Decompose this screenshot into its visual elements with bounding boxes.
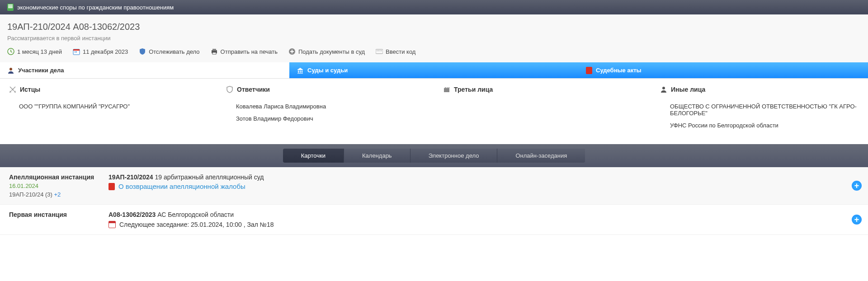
svg-point-10 (377, 51, 377, 52)
track-label: Отслеживать дело (149, 48, 199, 55)
submit-action[interactable]: Подать документы в суд (288, 48, 365, 55)
svg-point-13 (381, 51, 382, 52)
view-buttons: Карточки Календарь Электронное дело Онла… (283, 149, 585, 163)
ref-extra[interactable]: +2 (54, 191, 61, 198)
date-action[interactable]: 11 декабря 2023 (73, 48, 128, 55)
doc-icon (7, 4, 14, 11)
defendants-col: Ответчики Ковалева Лариса Владимировна З… (217, 86, 434, 131)
case-info: 19АП-210/2024 А08-13062/2023 Рассматрива… (0, 14, 868, 62)
third-header: Третьи лица (443, 86, 642, 93)
defendants-label: Ответчики (237, 86, 270, 93)
person-solid-icon (660, 86, 667, 93)
code-action[interactable]: Ввести код (376, 48, 415, 55)
instance-meta: Апелляционная инстанция 16.01.2024 19АП-… (9, 173, 108, 198)
submit-label: Подать документы в суд (298, 48, 365, 55)
calendar-icon (73, 48, 80, 55)
instance-date: 16.01.2024 (9, 183, 108, 189)
list-item[interactable]: ОБЩЕСТВО С ОГРАНИЧЕННОЙ ОТВЕТСТВЕННОСТЬЮ… (660, 100, 859, 119)
tab-courts[interactable]: Суды и судьи (289, 62, 579, 78)
svg-point-15 (662, 87, 665, 89)
plaintiffs-label: Истцы (20, 86, 40, 93)
instance-row: Первая инстанция А08-13062/2023 АС Белго… (0, 205, 868, 235)
tab-participants[interactable]: Участники дела (0, 62, 289, 78)
list-item[interactable]: Ковалева Лариса Владимировна (226, 100, 425, 112)
other-label: Иные лица (671, 86, 705, 93)
instance-meta: Первая инстанция (9, 211, 108, 220)
list-item[interactable]: УФНС России по Белгородской области (660, 119, 859, 131)
view-toolbar: Карточки Календарь Электронное дело Онла… (0, 144, 868, 167)
plaintiffs-header: Истцы (9, 86, 208, 93)
cards-button[interactable]: Карточки (283, 149, 344, 163)
participants-panel: Истцы ООО ""ГРУППА КОМПАНИЙ "РУСАГРО" От… (0, 79, 868, 144)
defendants-header: Ответчики (226, 86, 425, 93)
svg-point-12 (380, 51, 381, 52)
svg-rect-4 (76, 52, 77, 52)
keyboard-icon (376, 48, 383, 55)
pdf-icon (108, 183, 115, 190)
svg-point-11 (378, 51, 379, 52)
svg-rect-9 (376, 49, 383, 54)
svg-rect-3 (75, 52, 75, 52)
instance-row: Апелляционная инстанция 16.01.2024 19АП-… (0, 167, 868, 205)
expand-button[interactable]: + (852, 215, 862, 225)
instance-ref: 19АП-210/24 (3) +2 (9, 191, 108, 198)
other-col: Иные лица ОБЩЕСТВО С ОГРАНИЧЕННОЙ ОТВЕТС… (651, 86, 868, 131)
shield-outline-icon (226, 86, 233, 93)
date-label: 11 декабря 2023 (83, 48, 128, 55)
svg-rect-2 (73, 49, 80, 51)
svg-rect-6 (212, 49, 216, 51)
ecase-button[interactable]: Электронное дело (410, 149, 498, 163)
tab-acts-label: Судебные акты (596, 67, 642, 74)
calendar-button[interactable]: Календарь (344, 149, 410, 163)
print-action[interactable]: Отправить на печать (211, 48, 278, 55)
instance-body: А08-13062/2023 АС Белгородской области С… (108, 211, 859, 228)
castle-icon (443, 86, 450, 93)
tab-courts-label: Суды и судьи (307, 67, 348, 74)
print-label: Отправить на печать (221, 48, 278, 55)
instance-title: Первая инстанция (9, 211, 108, 218)
header-bar: экономические споры по гражданским право… (0, 0, 868, 14)
other-header: Иные лица (660, 86, 859, 93)
printer-icon (211, 48, 218, 55)
online-button[interactable]: Онлайн-заседания (497, 149, 585, 163)
instance-court: А08-13062/2023 АС Белгородской области (108, 211, 859, 218)
tab-acts[interactable]: Судебные акты (579, 62, 868, 78)
svg-point-14 (9, 68, 12, 70)
tab-participants-label: Участники дела (18, 67, 64, 74)
clock-icon (7, 48, 14, 55)
instance-body: 19АП-210/2024 19 арбитражный апелляционн… (108, 173, 859, 190)
list-item[interactable]: ООО ""ГРУППА КОМПАНИЙ "РУСАГРО" (9, 100, 208, 112)
duration-action[interactable]: 1 месяц 13 дней (7, 48, 62, 55)
duration-label: 1 месяц 13 дней (17, 48, 62, 55)
swords-icon (9, 86, 16, 93)
calendar-icon (108, 221, 116, 228)
person-icon (7, 67, 14, 74)
actions-row: 1 месяц 13 дней 11 декабря 2023 Отслежив… (7, 48, 861, 55)
tabs-row: Участники дела Суды и судьи Судебные акт… (0, 62, 868, 79)
plus-circle-icon (288, 48, 296, 55)
header-title: экономические споры по гражданским право… (17, 4, 174, 11)
instance-court: 19АП-210/2024 19 арбитражный апелляционн… (108, 173, 859, 181)
code-label: Ввести код (386, 48, 415, 55)
instance-next: Следующее заседание: 25.01.2024, 10:00 ,… (108, 221, 859, 228)
third-col: Третьи лица (434, 86, 651, 131)
instance-doc-link[interactable]: О возвращении апелляционной жалобы (108, 183, 859, 190)
pdf-icon (586, 67, 592, 74)
shield-icon (139, 48, 146, 55)
instance-title: Апелляционная инстанция (9, 173, 108, 181)
expand-button[interactable]: + (852, 181, 862, 191)
list-item[interactable]: Зотов Владимир Федорович (226, 112, 425, 125)
case-status: Рассматривается в первой инстанции (7, 35, 861, 42)
track-action[interactable]: Отслеживать дело (139, 48, 199, 55)
third-label: Третьи лица (454, 86, 493, 93)
svg-rect-7 (212, 52, 216, 54)
plaintiffs-col: Истцы ООО ""ГРУППА КОМПАНИЙ "РУСАГРО" (0, 86, 217, 131)
court-icon (297, 67, 304, 74)
case-numbers: 19АП-210/2024 А08-13062/2023 (7, 22, 861, 32)
